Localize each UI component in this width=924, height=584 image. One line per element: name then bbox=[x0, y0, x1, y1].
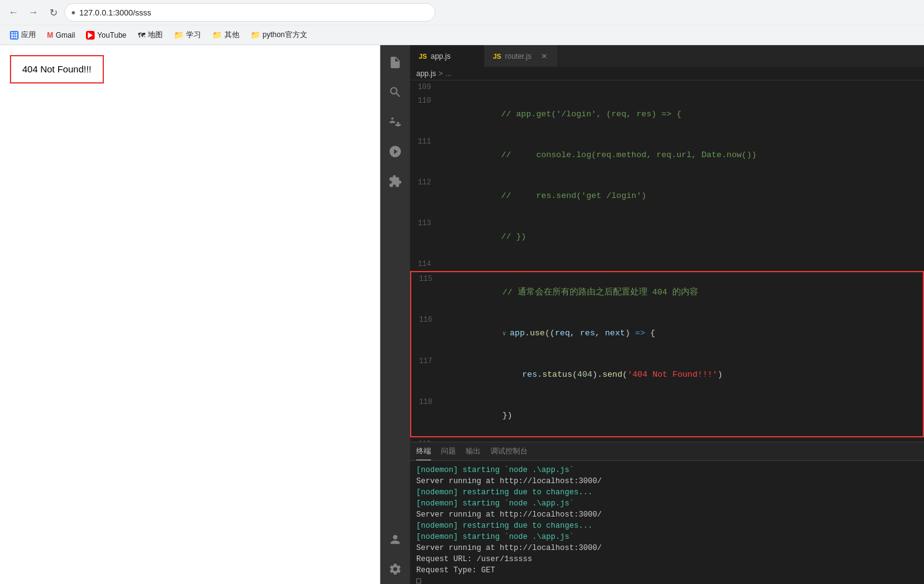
activity-settings[interactable] bbox=[380, 554, 410, 584]
term-line-4: [nodemon] starting `node .\app.js` bbox=[416, 498, 918, 509]
not-found-box: 404 Not Found!!! bbox=[10, 55, 104, 84]
tab-app-js-label: app.js bbox=[430, 52, 450, 61]
code-line-109: 109 bbox=[410, 80, 924, 94]
breadcrumb-symbol: ... bbox=[445, 69, 451, 78]
address-input[interactable] bbox=[79, 8, 429, 17]
folder-python-icon: 📁 bbox=[250, 30, 260, 40]
browser-chrome: ← → ↻ ● 应用 M Gmail YouTube 🗺 bbox=[0, 0, 924, 45]
bookmark-gmail[interactable]: M Gmail bbox=[42, 30, 80, 41]
code-line-116: 116 ∨ app.use((req, res, next) => { bbox=[410, 313, 924, 354]
tab-router-js-label: router.js bbox=[505, 52, 531, 61]
address-bar[interactable]: ● bbox=[64, 3, 435, 22]
code-line-117: 117 res.status(404).send('404 Not Found!… bbox=[410, 354, 924, 395]
term-line-6: [nodemon] restarting due to changes... bbox=[416, 520, 918, 531]
youtube-icon bbox=[86, 31, 95, 40]
term-line-10: Request Type: GET bbox=[416, 565, 918, 576]
tab-router-js[interactable]: JS router.js ✕ bbox=[484, 45, 558, 67]
panel-tabs: 终端 问题 输出 调试控制台 bbox=[410, 442, 924, 461]
back-button[interactable]: ← bbox=[5, 4, 22, 21]
activity-extensions[interactable] bbox=[380, 166, 410, 196]
folder-study-icon: 📁 bbox=[174, 30, 184, 40]
activity-search[interactable] bbox=[380, 77, 410, 107]
code-line-115: 115 // 通常会在所有的路由之后配置处理 404 的内容 bbox=[410, 271, 924, 313]
not-found-text: 404 Not Found!!! bbox=[22, 64, 92, 74]
breadcrumb-separator: > bbox=[438, 69, 443, 78]
gmail-icon: M bbox=[47, 31, 53, 40]
forward-button[interactable]: → bbox=[25, 4, 42, 21]
activity-account[interactable] bbox=[380, 525, 410, 554]
code-line-113: 113 // }) bbox=[410, 217, 924, 257]
panel-tab-output[interactable]: 输出 bbox=[466, 442, 481, 460]
bookmark-study-label: 学习 bbox=[186, 30, 201, 40]
bookmark-maps-label: 地图 bbox=[148, 30, 163, 40]
bookmark-maps[interactable]: 🗺 地图 bbox=[133, 28, 168, 41]
activity-explorer[interactable] bbox=[380, 48, 410, 77]
code-line-112: 112 // res.send('get /login') bbox=[410, 176, 924, 217]
panel-tab-problems[interactable]: 问题 bbox=[441, 442, 456, 460]
js-lang-icon: JS bbox=[419, 53, 427, 60]
breadcrumb-file: app.js bbox=[416, 69, 436, 78]
terminal-content[interactable]: [nodemon] starting `node .\app.js` Serve… bbox=[410, 461, 924, 584]
code-line-119: 119 bbox=[410, 437, 924, 442]
activity-run[interactable] bbox=[380, 137, 410, 166]
reload-button[interactable]: ↻ bbox=[45, 4, 62, 21]
bookmark-study[interactable]: 📁 学习 bbox=[169, 28, 206, 41]
main-area: 404 Not Found!!! bbox=[0, 45, 924, 584]
activity-source-control[interactable] bbox=[380, 107, 410, 137]
folder-other-icon: 📁 bbox=[212, 30, 222, 40]
term-line-11: □ bbox=[416, 576, 918, 584]
term-line-7: [nodemon] starting `node .\app.js` bbox=[416, 531, 918, 543]
apps-icon bbox=[10, 31, 19, 40]
editor-area: JS app.js JS router.js ✕ app.js > ... 10… bbox=[410, 45, 924, 584]
bookmark-other-label: 其他 bbox=[225, 30, 239, 40]
bookmark-gmail-label: Gmail bbox=[56, 31, 75, 40]
bookmark-python-label: python官方文 bbox=[263, 30, 307, 40]
maps-icon: 🗺 bbox=[138, 31, 145, 40]
breadcrumb: app.js > ... bbox=[410, 67, 924, 80]
term-line-9: Request URL: /user/1sssss bbox=[416, 554, 918, 565]
code-line-111: 111 // console.log(req.method, req.url, … bbox=[410, 135, 924, 176]
browser-toolbar: ← → ↻ ● bbox=[0, 0, 924, 25]
bookmarks-bar: 应用 M Gmail YouTube 🗺 地图 📁 学习 📁 其他 📁 pyth… bbox=[0, 25, 924, 45]
tab-bar: JS app.js JS router.js ✕ bbox=[410, 45, 924, 67]
activity-bar bbox=[380, 45, 410, 584]
js-lang-icon-2: JS bbox=[493, 53, 501, 60]
browser-page: 404 Not Found!!! bbox=[0, 45, 380, 584]
tab-app-js[interactable]: JS app.js bbox=[410, 45, 484, 67]
terminal-panel: 终端 问题 输出 调试控制台 [nodemon] starting `node … bbox=[410, 442, 924, 584]
code-editor[interactable]: 109 110 // app.get('/login', (req, res) … bbox=[410, 80, 924, 442]
bookmark-youtube-label: YouTube bbox=[97, 31, 126, 40]
bookmark-other[interactable]: 📁 其他 bbox=[207, 28, 244, 41]
bookmark-apps-label: 应用 bbox=[21, 30, 36, 40]
bookmark-python[interactable]: 📁 python官方文 bbox=[246, 28, 312, 41]
term-line-1: [nodemon] starting `node .\app.js` bbox=[416, 465, 918, 476]
page-content: 404 Not Found!!! bbox=[0, 45, 380, 93]
bookmark-youtube[interactable]: YouTube bbox=[81, 30, 131, 41]
code-line-114: 114 bbox=[410, 257, 924, 271]
panel-tab-terminal[interactable]: 终端 bbox=[416, 442, 431, 460]
term-line-2: Server running at http://localhost:3000/ bbox=[416, 476, 918, 487]
panel-tab-debug[interactable]: 调试控制台 bbox=[490, 442, 528, 460]
lock-icon: ● bbox=[71, 8, 75, 17]
bookmark-apps[interactable]: 应用 bbox=[5, 28, 41, 41]
term-line-8: Server running at http://localhost:3000/ bbox=[416, 543, 918, 554]
code-line-118: 118 }) bbox=[410, 395, 924, 437]
code-line-110: 110 // app.get('/login', (req, res) => { bbox=[410, 94, 924, 135]
vscode-editor: JS app.js JS router.js ✕ app.js > ... 10… bbox=[380, 45, 924, 584]
term-line-5: Server running at http://localhost:3000/ bbox=[416, 509, 918, 520]
term-line-3: [nodemon] restarting due to changes... bbox=[416, 487, 918, 498]
tab-close-button[interactable]: ✕ bbox=[539, 51, 549, 61]
